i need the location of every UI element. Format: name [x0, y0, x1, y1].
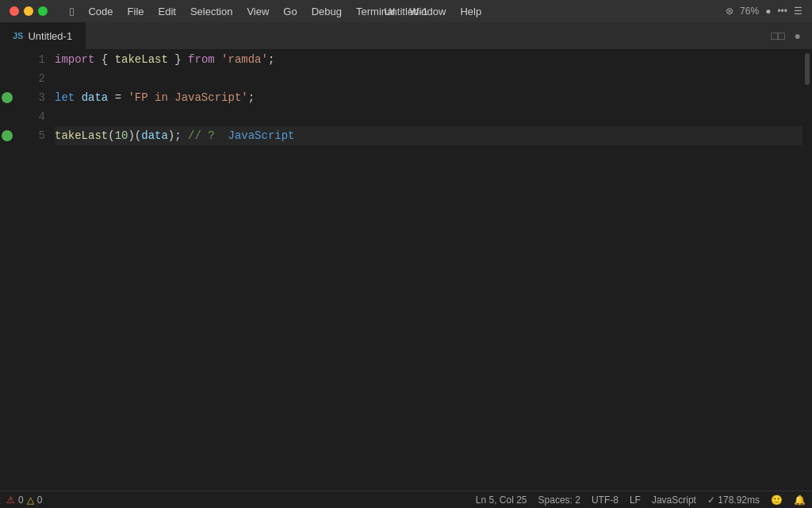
traffic-lights	[10, 6, 48, 16]
bp-cell-5[interactable]	[0, 126, 16, 145]
menu-code[interactable]: Code	[82, 4, 119, 19]
token-punct-2: }	[168, 50, 188, 69]
titlebar:  Code File Edit Selection View Go Debug…	[0, 0, 812, 22]
tab-untitled-1[interactable]: JS Untitled-1	[0, 22, 86, 50]
token-assign: =	[108, 88, 128, 107]
notification-icon[interactable]: 🔔	[794, 495, 806, 506]
unsaved-indicator: ●	[793, 28, 802, 44]
token-data-arg: data	[141, 126, 168, 145]
breakpoint-3	[2, 92, 13, 103]
scrollbar[interactable]	[802, 50, 812, 491]
apple-menu[interactable]: 	[63, 3, 80, 20]
token-data-var: data	[82, 88, 109, 107]
maximize-button[interactable]	[38, 6, 48, 16]
code-line-5: takeLast ( 10 )( data ); // ? JavaScript	[55, 126, 802, 145]
token-takelast-1: takeLast	[115, 50, 168, 69]
token-open-paren: (	[108, 126, 114, 145]
menu-file[interactable]: File	[121, 4, 151, 19]
bp-cell-2[interactable]	[0, 69, 16, 88]
token-semi-3: ;	[248, 88, 255, 107]
list-icon: ☰	[794, 6, 802, 17]
code-line-4	[55, 107, 802, 126]
minimize-button[interactable]	[24, 6, 33, 16]
token-space-3	[75, 88, 81, 107]
statusbar: ⚠ 0 △ 0 Ln 5, Col 25 Spaces: 2 UTF-8 LF …	[0, 491, 812, 508]
token-fp-string: 'FP in JavaScript'	[128, 88, 247, 107]
bp-cell-3[interactable]	[0, 88, 16, 107]
scrollbar-thumb[interactable]	[805, 53, 810, 85]
token-space-1	[215, 50, 221, 69]
token-close-paren: )(	[128, 126, 141, 145]
status-left: ⚠ 0 △ 0	[6, 495, 42, 506]
titlebar-right: ⊛ 76% ● ••• ☰	[726, 6, 802, 17]
token-result: JavaScript	[228, 126, 295, 145]
window-title: Untitled-1	[384, 6, 428, 17]
token-takelast-5: takeLast	[55, 126, 108, 145]
error-icon: ⚠	[6, 495, 15, 506]
feedback-icon[interactable]: 🙂	[771, 495, 783, 506]
token-space-5	[215, 126, 228, 145]
close-button[interactable]	[10, 6, 19, 16]
status-right: Ln 5, Col 25 Spaces: 2 UTF-8 LF JavaScri…	[476, 495, 806, 506]
language-mode[interactable]: JavaScript	[652, 495, 696, 506]
wifi-icon: ⊛	[726, 6, 733, 17]
bp-cell-4[interactable]	[0, 107, 16, 126]
token-punct-1: {	[94, 50, 114, 69]
split-editor-button[interactable]: □□	[770, 28, 787, 44]
line-ending[interactable]: LF	[630, 495, 641, 506]
tabbar: JS Untitled-1 □□ ●	[0, 22, 812, 50]
warning-number: 0	[37, 495, 43, 506]
token-semi-5: );	[168, 126, 188, 145]
token-semi-1: ;	[268, 50, 274, 69]
js-file-icon: JS	[13, 31, 23, 40]
code-line-3: let data = 'FP in JavaScript' ;	[55, 88, 802, 107]
breakpoint-gutter	[0, 50, 16, 491]
menu-view[interactable]: View	[240, 4, 275, 19]
line-num-2: 2	[16, 69, 45, 88]
token-let: let	[55, 88, 75, 107]
code-area[interactable]: import { takeLast } from 'ramda' ; let d…	[52, 50, 802, 491]
editor: 1 2 3 4 5 import { takeLast } from 'ramd…	[0, 50, 812, 491]
token-import: import	[55, 50, 94, 69]
tab-label: Untitled-1	[28, 30, 72, 42]
warning-icon: △	[27, 495, 34, 506]
more-icon: •••	[777, 6, 787, 17]
line-num-3: 3	[16, 88, 45, 107]
menu-selection[interactable]: Selection	[184, 4, 239, 19]
code-line-2	[55, 69, 802, 88]
token-comment: // ?	[188, 126, 215, 145]
timing-indicator: ✓ 178.92ms	[707, 495, 760, 506]
token-ramda: 'ramda'	[221, 50, 268, 69]
activity-icon: ●	[765, 6, 771, 17]
breakpoint-5	[2, 130, 13, 141]
spaces-setting[interactable]: Spaces: 2	[538, 495, 580, 506]
code-line-1: import { takeLast } from 'ramda' ;	[55, 50, 802, 69]
line-num-5: 5	[16, 126, 45, 145]
bp-cell-1[interactable]	[0, 50, 16, 69]
error-number: 0	[18, 495, 24, 506]
menu-edit[interactable]: Edit	[152, 4, 182, 19]
menu-help[interactable]: Help	[454, 4, 488, 19]
file-encoding[interactable]: UTF-8	[592, 495, 619, 506]
token-from: from	[188, 50, 215, 69]
token-10: 10	[115, 126, 128, 145]
line-numbers: 1 2 3 4 5	[16, 50, 52, 491]
menu-debug[interactable]: Debug	[305, 4, 348, 19]
cursor-position[interactable]: Ln 5, Col 25	[476, 495, 527, 506]
menu-go[interactable]: Go	[277, 4, 303, 19]
line-num-4: 4	[16, 107, 45, 126]
error-count[interactable]: ⚠ 0 △ 0	[6, 495, 42, 506]
battery-level: 76%	[740, 6, 759, 17]
tab-actions: □□ ●	[770, 28, 812, 44]
line-num-1: 1	[16, 50, 45, 69]
